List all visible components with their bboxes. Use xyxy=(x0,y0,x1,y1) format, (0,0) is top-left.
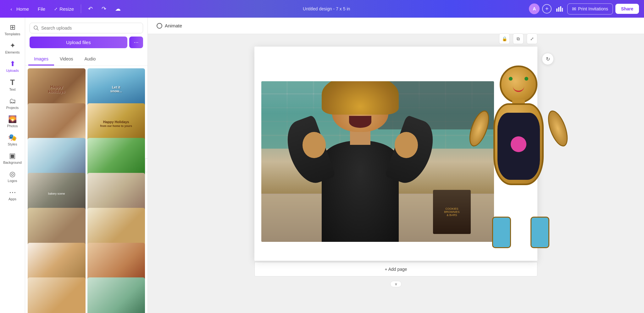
topbar: ‹ Home File ⤢ Resize ↶ ↷ ☁ Untitled desi… xyxy=(0,0,644,18)
animate-icon xyxy=(157,23,162,29)
avatar[interactable]: A xyxy=(529,3,540,14)
chevron-left-icon: ‹ xyxy=(8,6,14,12)
tabs: Images Videos Audio xyxy=(25,53,147,66)
svg-rect-0 xyxy=(556,9,558,12)
main-layout: ⊞ Templates ✦ Elements ⬆ Uploads T Text … xyxy=(0,18,644,313)
chevron-down-icon: ∨ xyxy=(395,282,397,286)
sidebar-item-photos[interactable]: 🌄 Photos xyxy=(1,113,24,130)
resize-label: Resize xyxy=(59,6,74,12)
svg-rect-2 xyxy=(560,6,561,12)
sidebar-item-label: Logos xyxy=(8,179,17,183)
design-canvas: COOKIESBROWNIES& BARS xyxy=(254,47,537,261)
sidebar-item-text[interactable]: T Text xyxy=(1,76,24,94)
hide-panel-button[interactable]: ‹ xyxy=(145,158,148,172)
tab-audio[interactable]: Audio xyxy=(79,53,101,65)
lock-button[interactable]: 🔒 xyxy=(499,33,510,44)
sidebar: ⊞ Templates ✦ Elements ⬆ Uploads T Text … xyxy=(0,18,25,313)
print-invitations-button[interactable]: ✉ Print Invitations xyxy=(567,3,613,14)
sidebar-item-apps[interactable]: ⋯ Apps xyxy=(1,186,24,203)
add-collaborator-button[interactable]: + xyxy=(542,4,552,14)
upload-image-13[interactable] xyxy=(28,277,86,313)
sidebar-item-templates[interactable]: ⊞ Templates xyxy=(1,21,24,38)
sidebar-item-label: Text xyxy=(9,88,15,91)
svg-rect-1 xyxy=(558,7,559,12)
uploads-image-grid: HappyHolidays Let itsnow... Happy Holida… xyxy=(25,66,147,313)
divider xyxy=(81,4,81,13)
projects-icon: 🗂 xyxy=(9,98,16,105)
text-icon: T xyxy=(10,79,15,86)
file-button[interactable]: File xyxy=(35,4,48,14)
tab-videos[interactable]: Videos xyxy=(54,53,79,65)
upload-btn-row: Upload files ··· xyxy=(30,37,143,48)
redo-button[interactable]: ↷ xyxy=(98,3,109,14)
search-icon xyxy=(34,26,39,31)
uploads-icon: ⬆ xyxy=(10,60,15,67)
search-input[interactable] xyxy=(41,26,139,31)
home-button[interactable]: ‹ Home xyxy=(5,4,32,14)
add-page-label: + Add page xyxy=(385,267,407,272)
photos-icon: 🌄 xyxy=(8,116,17,123)
templates-icon: ⊞ xyxy=(10,24,15,31)
sidebar-item-label: Background xyxy=(3,161,22,164)
rotate-button[interactable]: ↻ xyxy=(542,53,554,65)
tab-images[interactable]: Images xyxy=(28,53,54,65)
sidebar-item-label: Styles xyxy=(8,142,17,146)
sidebar-item-label: Projects xyxy=(6,106,19,110)
panel-header: Upload files ··· xyxy=(25,18,147,51)
svg-rect-3 xyxy=(562,8,563,12)
add-page-button[interactable]: + Add page xyxy=(254,262,537,276)
apps-icon: ⋯ xyxy=(9,189,16,196)
svg-line-5 xyxy=(37,29,39,31)
gingerbread-decoration[interactable] xyxy=(475,65,563,248)
sidebar-item-label: Elements xyxy=(5,50,20,54)
main-photo[interactable]: COOKIESBROWNIES& BARS xyxy=(261,81,494,242)
sidebar-item-label: Templates xyxy=(4,32,20,36)
background-icon: ▣ xyxy=(9,152,16,159)
sidebar-item-logos[interactable]: ◎ Logos xyxy=(1,168,24,185)
animate-bar: Animate xyxy=(148,18,644,34)
duplicate-button[interactable]: ⧉ xyxy=(513,33,524,44)
elements-icon: ✦ xyxy=(10,42,15,49)
animate-label: Animate xyxy=(165,23,182,28)
sidebar-item-background[interactable]: ▣ Background xyxy=(1,150,24,167)
sidebar-item-label: Uploads xyxy=(6,69,19,72)
file-label: File xyxy=(38,6,45,12)
upload-image-14[interactable] xyxy=(87,277,145,313)
save-button[interactable]: ☁ xyxy=(112,3,124,14)
scroll-indicator: ∨ xyxy=(254,279,537,289)
sidebar-item-styles[interactable]: 🎭 Styles xyxy=(1,132,24,149)
canvas-toolbar: 🔒 ⧉ ⤢ xyxy=(499,33,537,44)
document-title: Untitled design - 7 x 5 in xyxy=(303,6,350,11)
uploads-panel: Upload files ··· Images Videos Audio xyxy=(25,18,148,313)
undo-button[interactable]: ↶ xyxy=(85,3,96,14)
scroll-down-button[interactable]: ∨ xyxy=(390,281,402,287)
sidebar-item-label: Apps xyxy=(8,197,16,201)
sidebar-item-label: Photos xyxy=(7,124,18,128)
sidebar-item-uploads[interactable]: ⬆ Uploads xyxy=(1,58,24,75)
upload-more-options-button[interactable]: ··· xyxy=(129,37,143,48)
home-label: Home xyxy=(16,6,29,12)
share-button[interactable]: Share xyxy=(615,4,639,14)
upload-files-button[interactable]: Upload files xyxy=(30,37,127,48)
sidebar-item-projects[interactable]: 🗂 Projects xyxy=(1,95,24,112)
analytics-button[interactable] xyxy=(554,4,565,14)
canvas-area: Animate 🔒 ⧉ ⤢ ↻ xyxy=(148,18,644,313)
resize-button[interactable]: ⤢ Resize xyxy=(51,4,77,14)
search-box xyxy=(30,23,143,33)
styles-icon: 🎭 xyxy=(8,134,17,141)
sidebar-item-elements[interactable]: ✦ Elements xyxy=(1,40,24,57)
logos-icon: ◎ xyxy=(9,171,15,178)
expand-button[interactable]: ⤢ xyxy=(527,33,537,44)
animate-button[interactable]: Animate xyxy=(153,21,185,31)
